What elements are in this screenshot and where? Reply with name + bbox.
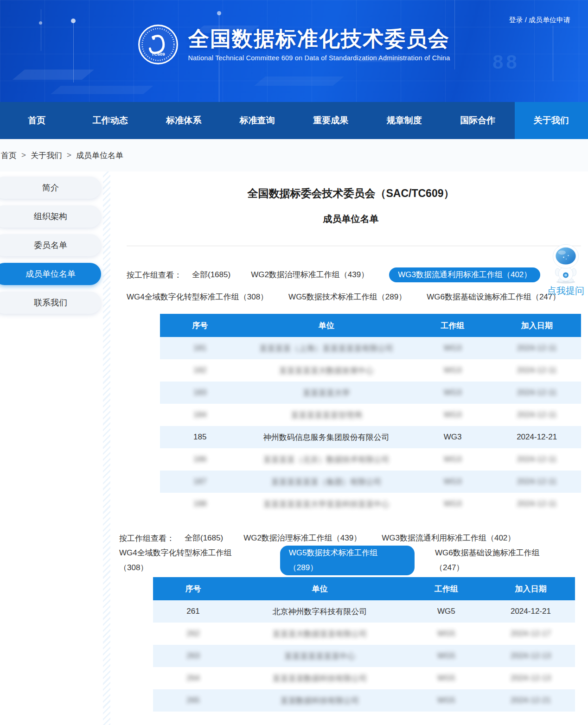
cell-join-date: 2024-12-11: [492, 337, 581, 359]
breadcrumb-home[interactable]: 首页: [1, 150, 17, 161]
breadcrumb-about[interactable]: 关于我们: [31, 150, 62, 161]
table-header-row: 序号 单位 工作组 加入日期: [160, 314, 581, 337]
banner-decoration: [254, 76, 344, 86]
header-banner: 88 登录 / 成员单位申请 TC609 全国数据标准化技术委员会 Nation…: [0, 0, 588, 102]
cell-unit: 某某某某某大数据发展中心: [240, 359, 413, 382]
cell-serial: 181: [160, 337, 240, 359]
cell-workgroup: WG3: [413, 382, 493, 404]
table-row: 263 某某某某某某某中心 WG5 2024-12-13: [153, 645, 575, 667]
cell-join-date: 2024-12-11: [492, 493, 581, 515]
filter-wg6[interactable]: WG6数据基础设施标准工作组（247）: [435, 546, 568, 575]
table-row: 188 某某某某某某大学某某科技某某中心 WG3 2024-12-11: [160, 493, 581, 515]
col-serial: 序号: [153, 577, 233, 600]
cell-workgroup: WG3: [413, 404, 493, 426]
cell-workgroup: WG5: [406, 600, 486, 623]
nav-item-home[interactable]: 首页: [0, 102, 74, 139]
table-row: 184 某某某某某某管理局 WG3 2024-12-11: [160, 404, 581, 426]
cell-unit: 某某某某（北京）数据技术有限公司: [240, 448, 413, 471]
cell-serial: 262: [153, 623, 233, 645]
breadcrumb-separator: >: [21, 151, 26, 160]
table-row: 181 某某某某（上海）某某某某某有限公司 WG3 2024-12-11: [160, 337, 581, 359]
title-divider: [127, 246, 581, 246]
filter-wg5[interactable]: WG5数据技术标准工作组（289）: [288, 290, 406, 305]
filter-wg6[interactable]: WG6数据基础设施标准工作组（247）: [427, 290, 560, 305]
cell-unit: 某某某某某某（集团）有限公司: [240, 471, 413, 493]
site-subtitle-en: National Technical Committee 609 on Data…: [188, 54, 450, 62]
main-content: 全国数据标委会技术委员会（SAC/TC609） 成员单位名单: [114, 172, 588, 725]
sidebar-item-intro[interactable]: 简介: [0, 177, 101, 199]
cell-unit: 某某某某某某大学某某科技某某中心: [240, 493, 413, 515]
filter-wg2[interactable]: WG2数据治理标准工作组（439）: [243, 531, 361, 546]
cell-unit: 某某某某大学: [240, 382, 413, 404]
banner-decoration: [51, 86, 153, 94]
cell-serial: 261: [153, 600, 233, 623]
filter-wg3[interactable]: WG3数据流通利用标准工作组（402）: [389, 267, 540, 282]
cell-serial: 184: [160, 404, 240, 426]
breadcrumb-member-units[interactable]: 成员单位名单: [76, 150, 123, 161]
col-serial: 序号: [160, 314, 240, 337]
cell-serial: 264: [153, 667, 233, 689]
cell-serial: 183: [160, 382, 240, 404]
cell-join-date: 2024-12-17: [486, 623, 575, 645]
cell-join-date: 2024-12-11: [492, 404, 581, 426]
cell-unit: 某某某大数据某某有限公司: [233, 623, 406, 645]
filter-wg4[interactable]: WG4全域数字化转型标准工作组（308）: [119, 546, 260, 575]
cell-workgroup: WG5: [406, 645, 486, 667]
cell-serial: 265: [153, 689, 233, 712]
tc609-logo-icon: TC609: [138, 24, 179, 65]
nav-item-work-news[interactable]: 工作动态: [74, 102, 147, 139]
col-workgroup: 工作组: [413, 314, 493, 337]
nav-item-standard-query[interactable]: 标准查询: [221, 102, 294, 139]
cell-join-date: 2024-12-21: [486, 600, 575, 623]
cell-serial: 263: [153, 645, 233, 667]
banner-decoration: [217, 11, 221, 15]
assistant-widget[interactable]: 点我提问: [544, 241, 587, 297]
cell-join-date: 2024-12-21: [486, 689, 575, 712]
cell-unit: 北京神州数字科技有限公司: [233, 600, 406, 623]
login-member-apply-link[interactable]: 登录 / 成员单位申请: [509, 16, 570, 25]
filter-wg5[interactable]: WG5数据技术标准工作组（289）: [280, 546, 415, 575]
page-body: 简介 组织架构 委员名单 成员单位名单 联系我们 全国数据标委会技术委员会（SA…: [0, 172, 588, 725]
member-table-wg5: 序号 单位 工作组 加入日期 261 北京神州数字科技有限公司 WG5 2024…: [153, 577, 575, 712]
cell-workgroup: WG3: [413, 426, 493, 448]
filter-wg4[interactable]: WG4全域数字化转型标准工作组（308）: [127, 290, 268, 305]
cell-workgroup: WG5: [406, 667, 486, 689]
cell-serial: 188: [160, 493, 240, 515]
sidebar-item-member-units[interactable]: 成员单位名单: [0, 263, 101, 285]
sidebar: 简介 组织架构 委员名单 成员单位名单 联系我们: [0, 177, 102, 320]
page-subtitle: 成员单位名单: [114, 213, 588, 225]
cell-workgroup: WG5: [406, 623, 486, 645]
table-row: 265 某某数据科技有限公司 WG5 2024-12-21: [153, 689, 575, 712]
member-table-wg3: 序号 单位 工作组 加入日期 181 某某某某（上海）某某某某某有限公司 WG3…: [160, 314, 581, 515]
nav-item-achievements[interactable]: 重要成果: [294, 102, 368, 139]
nav-item-regulations[interactable]: 规章制度: [368, 102, 441, 139]
cell-workgroup: WG5: [406, 689, 486, 712]
cell-join-date: 2024-12-21: [492, 426, 581, 448]
col-unit: 单位: [233, 577, 406, 600]
cell-unit: 某某某某某某管理局: [240, 404, 413, 426]
filter-all[interactable]: 全部(1685): [185, 531, 223, 546]
sidebar-item-org-structure[interactable]: 组织架构: [0, 205, 101, 228]
cell-workgroup: WG3: [413, 448, 493, 471]
cell-join-date: 2024-12-11: [492, 382, 581, 404]
filter-wg2[interactable]: WG2数据治理标准工作组（439）: [251, 267, 369, 282]
cell-serial: 182: [160, 359, 240, 382]
cell-workgroup: WG3: [413, 471, 493, 493]
filter-all[interactable]: 全部(1685): [192, 267, 230, 282]
member-section-wg5: 按工作组查看： 全部(1685) WG2数据治理标准工作组（439） WG3数据…: [114, 531, 588, 712]
table-header-row: 序号 单位 工作组 加入日期: [153, 577, 575, 600]
table-row: 182 某某某某某大数据发展中心 WG3 2024-12-11: [160, 359, 581, 382]
cell-unit: 某某数据科技有限公司: [233, 689, 406, 712]
main-nav: 首页 工作动态 标准体系 标准查询 重要成果 规章制度 国际合作 关于我们: [0, 102, 588, 139]
sidebar-item-committee-list[interactable]: 委员名单: [0, 234, 101, 256]
svg-text:TC609: TC609: [152, 51, 166, 57]
nav-item-about[interactable]: 关于我们: [515, 102, 588, 139]
nav-item-standard-system[interactable]: 标准体系: [147, 102, 221, 139]
cell-serial: 187: [160, 471, 240, 493]
nav-item-international[interactable]: 国际合作: [441, 102, 515, 139]
cell-unit: 某某某某数据科技有限公司: [233, 667, 406, 689]
filter-wg3[interactable]: WG3数据流通利用标准工作组（402）: [382, 531, 515, 546]
sidebar-item-contact[interactable]: 联系我们: [0, 292, 101, 314]
assistant-label[interactable]: 点我提问: [544, 285, 587, 297]
cell-join-date: 2024-12-11: [492, 359, 581, 382]
